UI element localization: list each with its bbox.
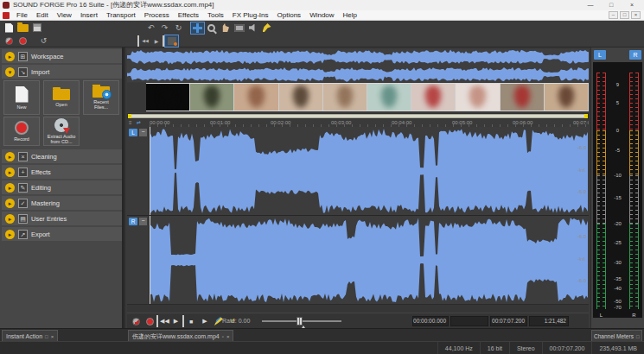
snapshot-button[interactable] <box>233 22 245 34</box>
edit-tool-button[interactable] <box>219 22 232 34</box>
event-tool-button[interactable] <box>165 35 178 47</box>
channel-R-badge[interactable]: R <box>129 218 137 225</box>
tab-channel-meters[interactable]: Channel Meters □ <box>591 330 642 342</box>
child-close-button[interactable]: × <box>631 11 641 19</box>
sidebar-section-import[interactable]: ▾↘Import <box>2 65 122 79</box>
horizontal-scrollbar[interactable]: ◂ ▸ ▸ + − ⊕ <box>127 304 589 313</box>
expand-icon[interactable]: ▸ <box>5 168 15 177</box>
loop-end-marker[interactable] <box>584 114 588 118</box>
expand-icon[interactable]: ▸ <box>5 230 15 239</box>
close-icon[interactable]: × <box>226 332 230 342</box>
arm-record-button[interactable] <box>16 35 29 47</box>
recent-icon <box>92 86 110 98</box>
expand-icon[interactable]: ▸ <box>5 52 15 61</box>
stop-button[interactable]: ■ <box>184 315 198 327</box>
minimize-button[interactable]: — <box>580 0 601 10</box>
recent-files-tile[interactable]: Recent Files... <box>83 80 119 115</box>
menu-view[interactable]: View <box>53 10 76 21</box>
child-restore-button[interactable]: □ <box>620 11 629 19</box>
rate-slider[interactable] <box>262 320 341 322</box>
menu-effects[interactable]: Effects <box>174 10 203 21</box>
audio-event-tool-button[interactable] <box>246 22 259 34</box>
menu-insert[interactable]: Insert <box>76 10 102 21</box>
close-icon[interactable]: × <box>51 332 54 342</box>
waveform-display[interactable]: L−-6.0-Inf.-6.0R−-6.0-Inf.-6.0 <box>127 127 589 304</box>
channel-R-minimize-button[interactable]: − <box>139 218 147 225</box>
waveform-overview[interactable] <box>127 49 589 82</box>
selection-start-display[interactable] <box>450 316 488 326</box>
record-remote-button[interactable] <box>129 315 143 327</box>
video-thumbnail <box>501 84 545 111</box>
magnify-tool-button[interactable] <box>205 22 218 34</box>
effects-icon: + <box>18 168 28 177</box>
child-minimize-button[interactable]: – <box>609 11 618 19</box>
menu-options[interactable]: Options <box>273 10 306 21</box>
loop-mode-button[interactable]: ↺ <box>37 35 50 47</box>
rewind-button[interactable]: ◀◀ <box>137 35 150 47</box>
forward-button[interactable]: ▶ <box>151 35 164 47</box>
undo-button[interactable]: ↶ <box>144 22 157 34</box>
menu-tools[interactable]: Tools <box>203 10 228 21</box>
meter-left-channel-button[interactable]: L <box>594 50 606 60</box>
menu-help[interactable]: Help <box>339 10 361 21</box>
open-file-button[interactable] <box>16 22 29 34</box>
extract-audio-tile[interactable]: Extract Audio from CD... <box>43 117 80 146</box>
pan-zoom-tool-button[interactable] <box>191 22 204 34</box>
record-button[interactable] <box>143 315 156 327</box>
save-button[interactable] <box>30 22 43 34</box>
go-to-end-button[interactable]: ▶ <box>170 315 184 327</box>
menu-process[interactable]: Process <box>140 10 174 21</box>
expand-icon[interactable]: ▸ <box>5 214 15 224</box>
menu-transport[interactable]: Transport <box>102 10 140 21</box>
tab-open-file[interactable]: 伤递的安详www.ssdax.com.mp4 ▫ × <box>128 330 233 342</box>
sidebar-section-editing[interactable]: ▸✎Editing <box>2 180 122 194</box>
new-tile[interactable]: New <box>3 80 40 115</box>
loop-start-marker[interactable] <box>128 114 131 118</box>
expand-icon[interactable]: ▸ <box>5 199 15 208</box>
expand-icon[interactable]: ▸ <box>5 183 15 193</box>
tab-instant-action[interactable]: Instant Action □ × <box>2 330 58 342</box>
expand-icon[interactable]: ▸ <box>5 152 15 161</box>
sidebar-section-user-entries[interactable]: ▸▤User Entries <box>2 212 122 225</box>
channel-L-minimize-button[interactable]: − <box>139 129 147 136</box>
record-icon <box>15 121 29 135</box>
menu-file[interactable]: File <box>12 10 32 21</box>
sidebar-section-mastering[interactable]: ▸✓Mastering <box>2 196 122 210</box>
cursor-position-display[interactable]: 00:00:00.000 <box>412 316 449 326</box>
snap-icon[interactable]: ⇄ <box>137 119 141 127</box>
ruler-lock-icon[interactable]: ≡ <box>129 119 132 127</box>
pin-icon[interactable]: □ <box>636 332 640 342</box>
position-scrollbar[interactable] <box>127 113 589 119</box>
workspace-icon: ⊞ <box>18 52 28 61</box>
record-options-button[interactable] <box>3 35 16 47</box>
sidebar-section-workspace[interactable]: ▸⊞Workspace <box>2 49 122 63</box>
redo-button[interactable]: ↷ <box>158 22 171 34</box>
menu-edit[interactable]: Edit <box>32 10 53 21</box>
time-ruler[interactable]: ≡⇄00:00:0000:01:0000:02:0000:03:0000:04:… <box>127 119 589 127</box>
play-button[interactable]: ▶ <box>198 315 212 327</box>
menu-fx-plug-ins[interactable]: FX Plug-Ins <box>228 10 273 21</box>
waveform-graphic <box>150 217 589 303</box>
sidebar-section-export[interactable]: ▸↗Export <box>2 227 122 241</box>
selection-end-display[interactable]: 00:07:07.200 <box>490 316 527 326</box>
sidebar-section-effects[interactable]: ▸+Effects <box>2 165 122 179</box>
new-file-button[interactable] <box>3 22 16 34</box>
selection-length-display[interactable]: 1:21,482 <box>529 316 569 326</box>
position-scrollbar-thumb[interactable] <box>128 114 588 118</box>
float-window-icon[interactable]: ▫ <box>222 332 224 342</box>
paint-tool-button[interactable] <box>260 22 273 34</box>
collapse-icon[interactable]: ▾ <box>5 67 15 77</box>
sidebar-section-cleaning[interactable]: ▸×Cleaning <box>2 149 122 163</box>
rate-slider-thumb[interactable] <box>296 317 303 326</box>
record-tile[interactable]: Record <box>3 117 40 146</box>
repeat-button[interactable]: ↻ <box>172 22 185 34</box>
pin-icon[interactable]: □ <box>45 332 48 342</box>
file-size: 235,493.1 MB <box>591 342 644 354</box>
close-button[interactable]: × <box>622 0 642 10</box>
menu-window[interactable]: Window <box>305 10 338 21</box>
meter-right-channel-button[interactable]: R <box>629 50 641 60</box>
open-tile[interactable]: Open <box>43 80 80 115</box>
channel-L-badge[interactable]: L <box>129 129 137 136</box>
go-to-start-button[interactable]: ◀◀ <box>156 315 170 327</box>
maximize-button[interactable]: □ <box>601 0 622 10</box>
